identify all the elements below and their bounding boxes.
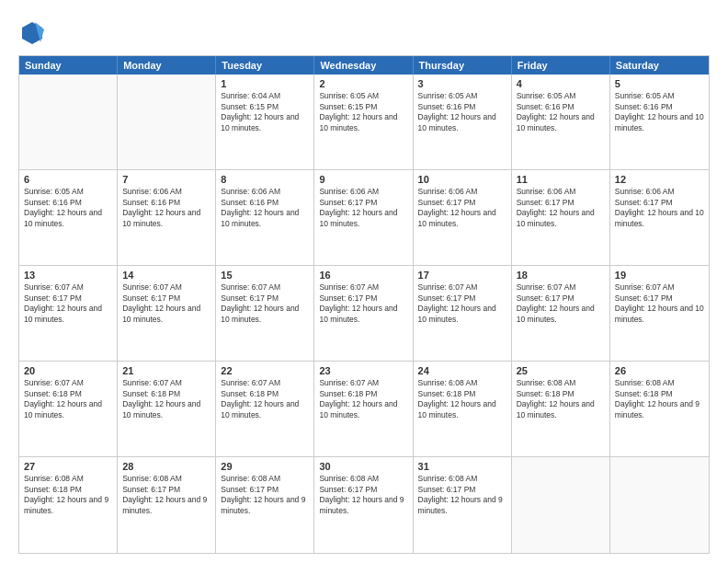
calendar-row-0: 1Sunrise: 6:04 AM Sunset: 6:15 PM Daylig…	[19, 75, 709, 170]
calendar-cell: 22Sunrise: 6:07 AM Sunset: 6:18 PM Dayli…	[216, 362, 314, 456]
calendar-cell: 29Sunrise: 6:08 AM Sunset: 6:17 PM Dayli…	[216, 457, 314, 553]
calendar-row-2: 13Sunrise: 6:07 AM Sunset: 6:17 PM Dayli…	[19, 266, 709, 362]
cell-sun-info: Sunrise: 6:06 AM Sunset: 6:17 PM Dayligh…	[418, 187, 506, 229]
calendar-cell: 14Sunrise: 6:07 AM Sunset: 6:17 PM Dayli…	[118, 266, 216, 361]
calendar-cell: 10Sunrise: 6:06 AM Sunset: 6:17 PM Dayli…	[414, 170, 512, 265]
cell-sun-info: Sunrise: 6:08 AM Sunset: 6:18 PM Dayligh…	[615, 378, 704, 420]
cell-sun-info: Sunrise: 6:05 AM Sunset: 6:16 PM Dayligh…	[24, 187, 112, 229]
calendar-cell: 16Sunrise: 6:07 AM Sunset: 6:17 PM Dayli…	[314, 266, 413, 361]
cell-sun-info: Sunrise: 6:07 AM Sunset: 6:18 PM Dayligh…	[221, 378, 309, 420]
calendar-cell: 8Sunrise: 6:06 AM Sunset: 6:16 PM Daylig…	[216, 170, 314, 265]
calendar-cell: 24Sunrise: 6:08 AM Sunset: 6:18 PM Dayli…	[414, 362, 512, 456]
day-number: 26	[615, 364, 704, 377]
calendar-cell: 20Sunrise: 6:07 AM Sunset: 6:18 PM Dayli…	[19, 362, 118, 456]
calendar-cell: 9Sunrise: 6:06 AM Sunset: 6:17 PM Daylig…	[314, 170, 413, 265]
weekday-header-tuesday: Tuesday	[216, 56, 314, 75]
cell-sun-info: Sunrise: 6:05 AM Sunset: 6:15 PM Dayligh…	[319, 91, 407, 133]
day-number: 15	[221, 269, 309, 282]
weekday-header-monday: Monday	[118, 56, 216, 75]
cell-sun-info: Sunrise: 6:07 AM Sunset: 6:17 PM Dayligh…	[517, 282, 605, 325]
calendar-cell: 11Sunrise: 6:06 AM Sunset: 6:17 PM Dayli…	[512, 170, 610, 265]
calendar-cell: 30Sunrise: 6:08 AM Sunset: 6:17 PM Dayli…	[314, 457, 413, 553]
cell-sun-info: Sunrise: 6:07 AM Sunset: 6:17 PM Dayligh…	[418, 282, 506, 325]
calendar-cell: 1Sunrise: 6:04 AM Sunset: 6:15 PM Daylig…	[216, 75, 314, 169]
cell-sun-info: Sunrise: 6:07 AM Sunset: 6:17 PM Dayligh…	[24, 282, 112, 325]
calendar-cell: 19Sunrise: 6:07 AM Sunset: 6:17 PM Dayli…	[610, 266, 709, 361]
calendar-cell: 21Sunrise: 6:07 AM Sunset: 6:18 PM Dayli…	[118, 362, 216, 456]
day-number: 14	[122, 269, 210, 282]
day-number: 7	[122, 173, 210, 186]
cell-sun-info: Sunrise: 6:07 AM Sunset: 6:17 PM Dayligh…	[319, 282, 407, 325]
cell-sun-info: Sunrise: 6:06 AM Sunset: 6:17 PM Dayligh…	[319, 187, 407, 229]
cell-sun-info: Sunrise: 6:08 AM Sunset: 6:17 PM Dayligh…	[122, 474, 210, 516]
calendar-row-4: 27Sunrise: 6:08 AM Sunset: 6:18 PM Dayli…	[19, 457, 709, 553]
calendar-cell: 7Sunrise: 6:06 AM Sunset: 6:16 PM Daylig…	[118, 170, 216, 265]
calendar-body: 1Sunrise: 6:04 AM Sunset: 6:15 PM Daylig…	[19, 75, 709, 553]
calendar-cell: 3Sunrise: 6:05 AM Sunset: 6:16 PM Daylig…	[414, 75, 512, 169]
day-number: 16	[319, 269, 407, 282]
logo-icon	[18, 18, 46, 46]
cell-sun-info: Sunrise: 6:07 AM Sunset: 6:18 PM Dayligh…	[24, 378, 112, 420]
cell-sun-info: Sunrise: 6:07 AM Sunset: 6:17 PM Dayligh…	[122, 282, 210, 325]
calendar-cell: 15Sunrise: 6:07 AM Sunset: 6:17 PM Dayli…	[216, 266, 314, 361]
page: SundayMondayTuesdayWednesdayThursdayFrid…	[0, 0, 728, 563]
day-number: 5	[615, 77, 704, 90]
day-number: 4	[517, 77, 605, 90]
calendar-cell: 26Sunrise: 6:08 AM Sunset: 6:18 PM Dayli…	[610, 362, 709, 456]
header	[18, 18, 710, 46]
calendar-cell: 31Sunrise: 6:08 AM Sunset: 6:17 PM Dayli…	[414, 457, 512, 553]
day-number: 10	[418, 173, 506, 186]
day-number: 20	[24, 364, 112, 377]
day-number: 29	[221, 460, 309, 473]
day-number: 22	[221, 364, 309, 377]
calendar-cell: 4Sunrise: 6:05 AM Sunset: 6:16 PM Daylig…	[512, 75, 610, 169]
day-number: 24	[418, 364, 506, 377]
calendar-cell: 25Sunrise: 6:08 AM Sunset: 6:18 PM Dayli…	[512, 362, 610, 456]
cell-sun-info: Sunrise: 6:06 AM Sunset: 6:16 PM Dayligh…	[221, 187, 309, 229]
calendar-cell: 12Sunrise: 6:06 AM Sunset: 6:17 PM Dayli…	[610, 170, 709, 265]
cell-sun-info: Sunrise: 6:06 AM Sunset: 6:16 PM Dayligh…	[122, 187, 210, 229]
calendar-cell	[118, 75, 216, 169]
cell-sun-info: Sunrise: 6:05 AM Sunset: 6:16 PM Dayligh…	[418, 91, 506, 133]
cell-sun-info: Sunrise: 6:05 AM Sunset: 6:16 PM Dayligh…	[517, 91, 605, 133]
day-number: 30	[319, 460, 407, 473]
day-number: 21	[122, 364, 210, 377]
day-number: 2	[319, 77, 407, 90]
calendar-cell: 28Sunrise: 6:08 AM Sunset: 6:17 PM Dayli…	[118, 457, 216, 553]
cell-sun-info: Sunrise: 6:06 AM Sunset: 6:17 PM Dayligh…	[615, 187, 704, 229]
day-number: 1	[221, 77, 309, 90]
cell-sun-info: Sunrise: 6:08 AM Sunset: 6:17 PM Dayligh…	[418, 474, 506, 516]
day-number: 13	[24, 269, 112, 282]
cell-sun-info: Sunrise: 6:06 AM Sunset: 6:17 PM Dayligh…	[517, 187, 605, 229]
cell-sun-info: Sunrise: 6:04 AM Sunset: 6:15 PM Dayligh…	[221, 91, 309, 133]
day-number: 25	[517, 364, 605, 377]
calendar-row-3: 20Sunrise: 6:07 AM Sunset: 6:18 PM Dayli…	[19, 362, 709, 457]
calendar-cell: 23Sunrise: 6:07 AM Sunset: 6:18 PM Dayli…	[314, 362, 413, 456]
day-number: 6	[24, 173, 112, 186]
calendar-row-1: 6Sunrise: 6:05 AM Sunset: 6:16 PM Daylig…	[19, 170, 709, 266]
calendar-cell: 17Sunrise: 6:07 AM Sunset: 6:17 PM Dayli…	[414, 266, 512, 361]
cell-sun-info: Sunrise: 6:07 AM Sunset: 6:18 PM Dayligh…	[122, 378, 210, 420]
cell-sun-info: Sunrise: 6:05 AM Sunset: 6:16 PM Dayligh…	[615, 91, 704, 133]
cell-sun-info: Sunrise: 6:07 AM Sunset: 6:17 PM Dayligh…	[221, 282, 309, 325]
weekday-header-sunday: Sunday	[19, 56, 118, 75]
weekday-header-thursday: Thursday	[414, 56, 512, 75]
weekday-header-saturday: Saturday	[610, 56, 709, 75]
cell-sun-info: Sunrise: 6:08 AM Sunset: 6:17 PM Dayligh…	[319, 474, 407, 516]
calendar-cell	[610, 457, 709, 553]
cell-sun-info: Sunrise: 6:08 AM Sunset: 6:17 PM Dayligh…	[221, 474, 309, 516]
weekday-header-friday: Friday	[512, 56, 610, 75]
day-number: 3	[418, 77, 506, 90]
calendar-cell: 18Sunrise: 6:07 AM Sunset: 6:17 PM Dayli…	[512, 266, 610, 361]
calendar-cell: 2Sunrise: 6:05 AM Sunset: 6:15 PM Daylig…	[314, 75, 413, 169]
day-number: 31	[418, 460, 506, 473]
day-number: 18	[517, 269, 605, 282]
calendar-cell	[19, 75, 118, 169]
day-number: 28	[122, 460, 210, 473]
day-number: 8	[221, 173, 309, 186]
cell-sun-info: Sunrise: 6:07 AM Sunset: 6:17 PM Dayligh…	[615, 282, 704, 325]
calendar-cell: 6Sunrise: 6:05 AM Sunset: 6:16 PM Daylig…	[19, 170, 118, 265]
cell-sun-info: Sunrise: 6:07 AM Sunset: 6:18 PM Dayligh…	[319, 378, 407, 420]
day-number: 17	[418, 269, 506, 282]
day-number: 23	[319, 364, 407, 377]
